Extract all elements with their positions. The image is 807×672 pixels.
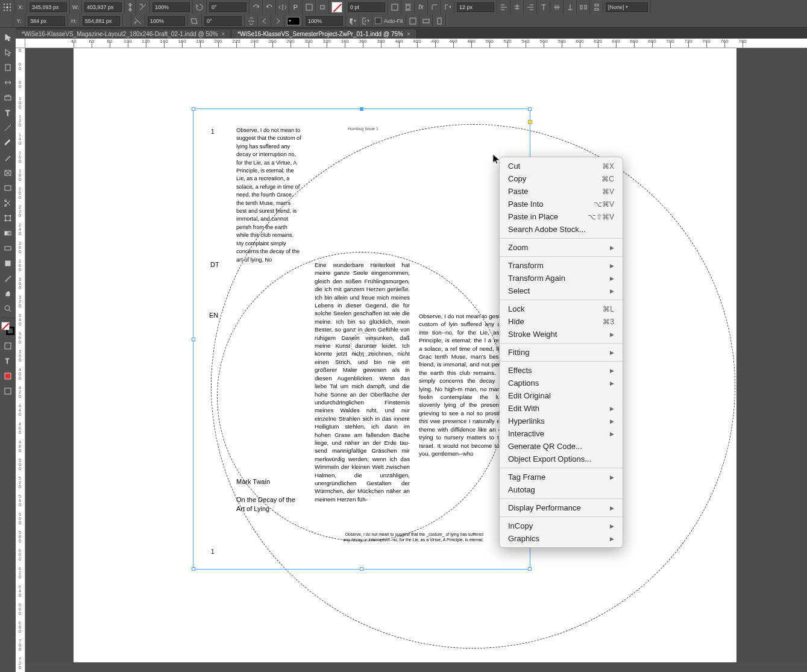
line-tool-icon[interactable] <box>1 121 15 135</box>
ctx-autotag[interactable]: Autotag <box>500 483 623 496</box>
resize-handle-ne[interactable] <box>528 107 532 111</box>
close-tab-icon[interactable]: × <box>407 31 410 37</box>
format-container-icon[interactable] <box>1 339 15 353</box>
ctx-hide[interactable]: Hide⌘3 <box>500 315 623 328</box>
ctx-stroke-weight[interactable]: Stroke Weight <box>500 328 623 341</box>
stroke-weight-field[interactable] <box>348 2 385 12</box>
distribute-v-icon[interactable] <box>590 1 603 14</box>
gradient-swatch-tool-icon[interactable] <box>1 226 15 240</box>
corner-options-icon[interactable] <box>428 1 441 14</box>
flip-h-icon[interactable] <box>276 1 289 14</box>
ctx-copy[interactable]: Copy⌘C <box>500 172 623 185</box>
horizontal-scrollbar[interactable] <box>25 662 807 672</box>
ctx-search-stock[interactable]: Search Adobe Stock... <box>500 223 623 236</box>
direct-selection-tool-icon[interactable] <box>1 45 15 60</box>
corner-options-handle[interactable] <box>528 120 532 124</box>
ctx-cut[interactable]: Cut⌘X <box>500 160 623 172</box>
page-tool-icon[interactable] <box>1 60 15 75</box>
resize-handle-sw[interactable] <box>192 567 195 571</box>
ctx-incopy[interactable]: InCopy <box>500 520 623 532</box>
constrain-icon[interactable] <box>125 0 136 14</box>
align-left-icon[interactable] <box>497 1 510 14</box>
rotate-cw-icon[interactable] <box>250 1 263 14</box>
resize-handle-n[interactable] <box>360 107 363 111</box>
content-collector-icon[interactable] <box>1 90 15 105</box>
ctx-hyperlinks[interactable]: Hyperlinks <box>500 415 623 427</box>
resize-handle-w[interactable] <box>192 338 195 341</box>
ctx-fitting[interactable]: Fitting <box>500 346 623 359</box>
ctx-object-export[interactable]: Object Export Options... <box>500 453 623 465</box>
fx-icon[interactable]: fx <box>415 1 428 14</box>
frame-fitting-3-icon[interactable] <box>433 14 446 28</box>
fill-stroke-swatch[interactable] <box>1 322 14 335</box>
pen-tool-icon[interactable] <box>1 136 15 150</box>
corner-radius-field[interactable] <box>457 2 494 12</box>
drop-shadow-icon[interactable] <box>346 14 359 28</box>
pencil-tool-icon[interactable] <box>1 151 15 165</box>
ctx-select[interactable]: Select <box>500 284 623 297</box>
text-wrap-none-icon[interactable] <box>388 1 401 14</box>
ruler-origin[interactable] <box>16 39 25 48</box>
ctx-interactive[interactable]: Interactive <box>500 427 623 440</box>
align-hcenter-icon[interactable] <box>510 1 524 14</box>
distribute-h-icon[interactable] <box>577 1 590 14</box>
p-icon[interactable]: P <box>289 1 303 14</box>
gap-tool-icon[interactable] <box>1 75 15 90</box>
rectangle-tool-icon[interactable] <box>1 181 15 195</box>
align-top-icon[interactable] <box>537 1 550 14</box>
ctx-paste-into[interactable]: Paste Into⌥⌘V <box>500 198 623 210</box>
ctx-paste-in-place[interactable]: Paste in Place⌥⇧⌘V <box>500 210 623 223</box>
stroke-style-dropdown[interactable] <box>287 17 300 25</box>
fill-swatch[interactable] <box>331 2 342 13</box>
type-tool-icon[interactable]: T <box>1 105 15 120</box>
ctx-transform-again[interactable]: Transform Again <box>500 272 623 284</box>
vertical-ruler[interactable]: 4 06 08 01 0 01 2 01 4 01 6 01 8 02 0 02… <box>16 48 25 672</box>
scale-x-field[interactable] <box>152 2 190 12</box>
ctx-generate-qr[interactable]: Generate QR Code... <box>500 440 623 453</box>
select-prev-icon[interactable] <box>258 14 271 28</box>
eyedropper-tool-icon[interactable] <box>1 271 15 286</box>
ctx-display-performance[interactable]: Display Performance <box>500 501 623 514</box>
rotate-field[interactable] <box>209 2 246 12</box>
zoom-tool-icon[interactable] <box>1 301 15 316</box>
ctx-tag-frame[interactable]: Tag Frame <box>500 471 623 483</box>
ctx-edit-with[interactable]: Edit With <box>500 402 623 415</box>
ctx-lock[interactable]: Lock⌘L <box>500 303 623 315</box>
ctx-paste[interactable]: Paste⌘V <box>500 185 623 198</box>
x-field[interactable] <box>30 2 67 12</box>
select-next-icon[interactable] <box>271 14 284 28</box>
scale-y-field[interactable] <box>148 16 185 26</box>
selection-tool-icon[interactable] <box>1 30 15 45</box>
ctx-effects[interactable]: Effects <box>500 364 623 377</box>
w-field[interactable] <box>84 2 122 12</box>
note-tool-icon[interactable] <box>1 256 15 271</box>
rectangle-frame-tool-icon[interactable] <box>1 166 15 180</box>
align-vcenter-icon[interactable] <box>550 1 564 14</box>
shear-field[interactable] <box>204 16 242 26</box>
align-bottom-icon[interactable] <box>564 1 577 14</box>
ctx-graphics[interactable]: Graphics <box>500 532 623 545</box>
fitting-dd-icon[interactable] <box>359 14 372 28</box>
rotate-ccw-icon[interactable] <box>263 1 276 14</box>
frame-fitting-2-icon[interactable] <box>419 14 433 28</box>
ctx-captions[interactable]: Captions <box>500 377 623 389</box>
ref-point-grid[interactable] <box>0 0 15 14</box>
select-content-icon[interactable] <box>316 1 329 14</box>
style-dropdown[interactable]: [None] <box>606 2 648 12</box>
view-mode-normal-icon[interactable] <box>1 384 15 398</box>
canvas[interactable]: Humbug Issue 1 1 1 DT EN Observe, I do n… <box>25 48 807 672</box>
y-field[interactable] <box>28 16 65 26</box>
opacity-field[interactable] <box>306 16 343 26</box>
document-tab-1[interactable]: *WiSe16-KlasseVS_Magazine-Layout2_180x24… <box>16 30 231 39</box>
horizontal-ruler[interactable]: 4060801001201401601802002202402602803003… <box>25 39 807 48</box>
resize-handle-nw[interactable] <box>192 107 195 111</box>
h-field[interactable] <box>83 16 120 26</box>
close-tab-icon[interactable]: × <box>221 31 225 37</box>
autofit-checkbox[interactable] <box>375 17 382 24</box>
align-right-icon[interactable] <box>524 1 537 14</box>
apply-color-icon[interactable] <box>1 369 15 383</box>
free-transform-tool-icon[interactable] <box>1 211 15 225</box>
text-wrap-bbox-icon[interactable] <box>401 1 415 14</box>
hand-tool-icon[interactable] <box>1 286 15 301</box>
select-container-icon[interactable] <box>303 1 316 14</box>
